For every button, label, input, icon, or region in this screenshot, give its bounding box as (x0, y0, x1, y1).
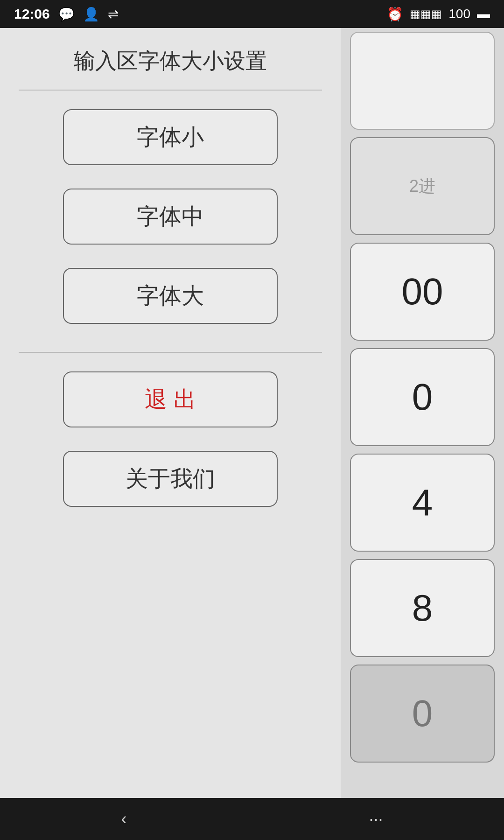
main-container: 输入区字体大小设置 字体小 字体中 字体大 退 出 关于我们 2进 00 (0, 28, 504, 798)
panel-title: 输入区字体大小设置 (74, 28, 267, 90)
message-icon: 💬 (58, 7, 75, 22)
key-8[interactable]: 8 (350, 559, 495, 657)
key-2jin[interactable]: 2进 (350, 137, 495, 235)
status-time: 12:06 (14, 6, 50, 22)
key-0a[interactable]: 0 (350, 348, 495, 446)
nav-bar: ‹ ··· (0, 798, 504, 840)
usb-icon: ⇌ (108, 7, 119, 22)
status-bar: 12:06 💬 👤 ⇌ ⏰ ▦▦▦ 100 ▬ (0, 0, 504, 28)
key-0b-label: 0 (412, 692, 433, 735)
menu-button[interactable]: ··· (369, 809, 383, 829)
signal-icon: ▦▦▦ (410, 7, 442, 21)
key-8-label: 8 (412, 587, 433, 630)
key-2jin-label: 2进 (409, 175, 435, 198)
key-00-label: 00 (402, 270, 443, 313)
font-medium-label: 字体中 (137, 202, 204, 231)
key-empty-top[interactable] (350, 32, 495, 130)
font-small-label: 字体小 (137, 122, 204, 152)
clock-icon: ⏰ (387, 7, 403, 22)
left-panel: 输入区字体大小设置 字体小 字体中 字体大 退 出 关于我们 (0, 28, 341, 798)
back-button[interactable]: ‹ (121, 809, 126, 829)
font-medium-button[interactable]: 字体中 (63, 189, 278, 245)
key-4-label: 4 (412, 481, 433, 524)
bottom-divider (19, 352, 322, 353)
key-0b[interactable]: 0 (350, 665, 495, 763)
font-small-button[interactable]: 字体小 (63, 109, 278, 165)
person-icon: 👤 (83, 7, 99, 22)
status-left: 12:06 💬 👤 ⇌ (14, 6, 119, 22)
key-4[interactable]: 4 (350, 454, 495, 552)
exit-label: 退 出 (145, 385, 196, 414)
key-0a-label: 0 (412, 376, 433, 419)
font-large-label: 字体大 (137, 281, 204, 311)
exit-button[interactable]: 退 出 (63, 371, 278, 427)
font-large-button[interactable]: 字体大 (63, 268, 278, 324)
battery-percent: 100 (448, 7, 470, 21)
status-right: ⏰ ▦▦▦ 100 ▬ (387, 7, 490, 22)
right-panel: 2进 00 0 4 8 0 (341, 28, 504, 798)
battery-icon: ▬ (477, 7, 490, 21)
about-button[interactable]: 关于我们 (63, 451, 278, 507)
top-divider (19, 90, 322, 91)
key-00[interactable]: 00 (350, 243, 495, 341)
about-label: 关于我们 (126, 464, 215, 494)
